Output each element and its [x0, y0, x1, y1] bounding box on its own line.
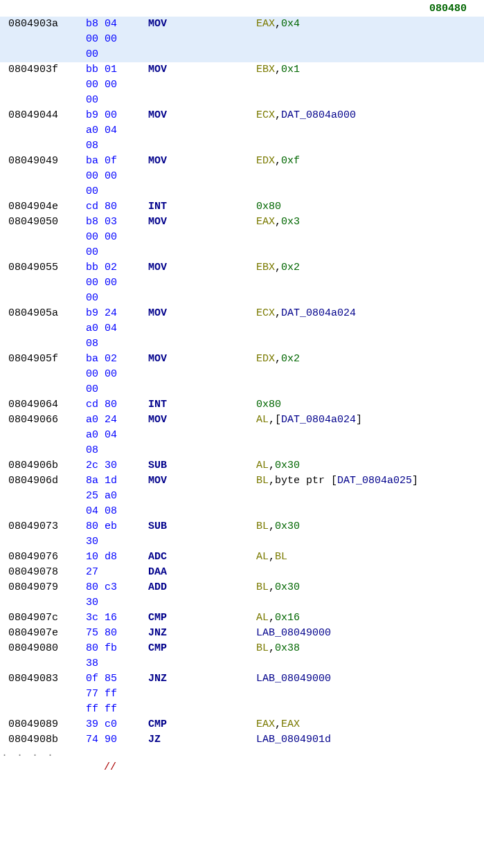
address: 0804906b: [0, 458, 86, 473]
instruction-row[interactable]: 0804905fba 02MOVEDX,0x2: [0, 352, 484, 367]
operand-punct: ,: [275, 353, 281, 365]
instruction-row[interactable]: 0804907c3c 16CMPAL,0x16: [0, 611, 484, 626]
hex-bytes: 00 00: [86, 275, 148, 291]
hex-bytes: 2c 30: [86, 458, 148, 473]
immediate-operand: 0x80: [256, 201, 281, 213]
operands: EBX,0x2: [256, 260, 484, 275]
operand-punct: ,: [275, 262, 281, 273]
instruction-bytes-continuation[interactable]: a0 04: [0, 321, 484, 336]
label-operand[interactable]: DAT_0804a024: [281, 414, 356, 426]
operands: AL,[DAT_0804a024]: [256, 413, 484, 428]
operands: BL,0x30: [256, 580, 484, 595]
instruction-row[interactable]: 08049044b9 00MOVECX,DAT_0804a000: [0, 108, 484, 123]
instruction-row[interactable]: 0804907980 c3ADDBL,0x30: [0, 580, 484, 595]
instruction-row[interactable]: 08049049ba 0fMOVEDX,0xf: [0, 154, 484, 169]
instruction-bytes-continuation[interactable]: 30: [0, 534, 484, 550]
instruction-row[interactable]: 08049066a0 24MOVAL,[DAT_0804a024]: [0, 413, 484, 428]
address: 0804908b: [0, 732, 86, 748]
address: 08049066: [0, 413, 86, 428]
instruction-bytes-continuation[interactable]: a0 04: [0, 123, 484, 138]
hex-bytes: a0 04: [86, 428, 148, 443]
address: 08049049: [0, 154, 86, 169]
hex-bytes: a0 04: [86, 123, 148, 138]
instruction-row[interactable]: 0804906d8a 1dMOVBL,byte ptr [DAT_0804a02…: [0, 473, 484, 489]
hex-bytes: a0 04: [86, 321, 148, 336]
instruction-bytes-continuation[interactable]: 00: [0, 93, 484, 108]
address: 0804905a: [0, 306, 86, 321]
operands: 0x80: [256, 199, 484, 215]
hex-bytes: 00 00: [86, 78, 148, 93]
operands: BL,0x38: [256, 641, 484, 656]
hex-bytes: a0 24: [86, 413, 148, 428]
operand-punct: ,: [269, 612, 275, 624]
address: 08049044: [0, 108, 86, 123]
instruction-row[interactable]: 08049064cd 80INT0x80: [0, 397, 484, 413]
immediate-operand: 0x30: [275, 581, 300, 593]
instruction-row[interactable]: 08049050b8 03MOVEAX,0x3: [0, 215, 484, 230]
instruction-bytes-continuation[interactable]: 08: [0, 443, 484, 458]
instruction-row[interactable]: 0804906b2c 30SUBAL,0x30: [0, 458, 484, 473]
instruction-bytes-continuation[interactable]: a0 04: [0, 428, 484, 443]
operand-punct: ]: [356, 414, 362, 426]
instruction-row[interactable]: 0804907e75 80JNZLAB_08049000: [0, 626, 484, 641]
hex-bytes: ba 02: [86, 352, 148, 367]
disassembly-listing[interactable]: 080480 0804903ab8 04MOVEAX,0x400 0000080…: [0, 0, 484, 775]
address: 08049089: [0, 717, 86, 732]
instruction-bytes-continuation[interactable]: 00 00: [0, 78, 484, 93]
address: 08049050: [0, 215, 86, 230]
operands: EDX,0x2: [256, 352, 484, 367]
instruction-bytes-continuation[interactable]: 25 a0: [0, 489, 484, 504]
instruction-row[interactable]: 0804903fbb 01MOVEBX,0x1: [0, 62, 484, 78]
mnemonic: MOV: [148, 154, 256, 169]
instruction-row[interactable]: 080490830f 85JNZLAB_08049000: [0, 671, 484, 687]
instruction-row[interactable]: 0804908080 fbCMPBL,0x38: [0, 641, 484, 656]
label-operand[interactable]: DAT_0804a025: [337, 475, 412, 487]
instruction-bytes-continuation[interactable]: 00 00: [0, 367, 484, 382]
instruction-bytes-continuation[interactable]: 00 00: [0, 275, 484, 291]
label-operand[interactable]: LAB_08049000: [256, 627, 331, 639]
operand-punct: ,: [269, 581, 275, 593]
instruction-row[interactable]: 0804908939 c0CMPEAX,EAX: [0, 717, 484, 732]
instruction-bytes-continuation[interactable]: 00: [0, 291, 484, 306]
instruction-bytes-continuation[interactable]: 04 08: [0, 504, 484, 519]
label-operand[interactable]: LAB_0804901d: [256, 734, 331, 745]
mnemonic: MOV: [148, 17, 256, 32]
instruction-row[interactable]: 0804905ab9 24MOVECX,DAT_0804a024: [0, 306, 484, 321]
instruction-bytes-continuation[interactable]: 08: [0, 138, 484, 154]
instruction-bytes-continuation[interactable]: 77 ff: [0, 687, 484, 702]
operands: EAX,0x4: [256, 17, 484, 32]
instruction-bytes-continuation[interactable]: 00 00: [0, 230, 484, 245]
operands: AL,BL: [256, 550, 484, 565]
instruction-bytes-continuation[interactable]: 08: [0, 336, 484, 352]
instruction-bytes-continuation[interactable]: 00: [0, 184, 484, 199]
instruction-row[interactable]: 0804903ab8 04MOVEAX,0x4: [0, 17, 484, 32]
instruction-bytes-continuation[interactable]: 00: [0, 245, 484, 260]
footer-comment: //: [0, 760, 484, 775]
hex-bytes: 75 80: [86, 626, 148, 641]
instruction-bytes-continuation[interactable]: 30: [0, 595, 484, 611]
instruction-bytes-continuation[interactable]: 00 00: [0, 32, 484, 47]
instruction-bytes-continuation[interactable]: 00 00: [0, 169, 484, 184]
label-operand[interactable]: DAT_0804a000: [281, 109, 356, 121]
label-operand[interactable]: LAB_08049000: [256, 673, 331, 685]
instruction-bytes-continuation[interactable]: ff ff: [0, 702, 484, 717]
instruction-row[interactable]: 0804904ecd 80INT0x80: [0, 199, 484, 215]
hex-bytes: 00: [86, 245, 148, 260]
instruction-row[interactable]: 0804907610 d8ADCAL,BL: [0, 550, 484, 565]
instruction-bytes-continuation[interactable]: 38: [0, 656, 484, 671]
instruction-row[interactable]: 08049055bb 02MOVEBX,0x2: [0, 260, 484, 275]
mnemonic: INT: [148, 397, 256, 413]
mnemonic: MOV: [148, 352, 256, 367]
label-operand[interactable]: DAT_0804a024: [281, 307, 356, 319]
hex-bytes: 00 00: [86, 230, 148, 245]
instruction-bytes-continuation[interactable]: 00: [0, 47, 484, 62]
operand-punct: ]: [412, 475, 418, 487]
hex-bytes: 08: [86, 138, 148, 154]
instruction-row[interactable]: 0804907827DAA: [0, 565, 484, 580]
register-operand: EBX: [256, 262, 275, 273]
hex-bytes: 74 90: [86, 732, 148, 748]
instruction-row[interactable]: 0804908b74 90JZLAB_0804901d: [0, 732, 484, 748]
instruction-row[interactable]: 0804907380 ebSUBBL,0x30: [0, 519, 484, 534]
address: 08049079: [0, 580, 86, 595]
instruction-bytes-continuation[interactable]: 00: [0, 382, 484, 397]
